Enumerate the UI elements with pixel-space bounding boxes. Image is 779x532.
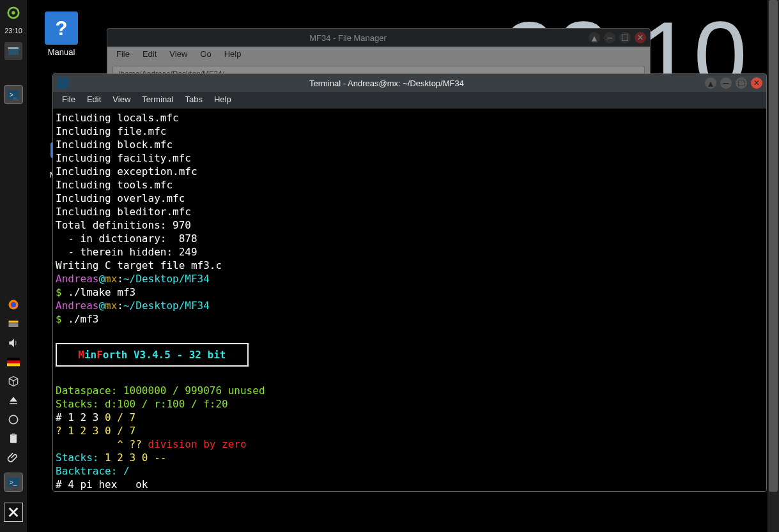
fm-menu-file[interactable]: File (116, 49, 130, 61)
sound-icon[interactable] (7, 337, 20, 349)
fm-menu-go[interactable]: Go (200, 49, 211, 61)
svg-rect-16 (12, 434, 15, 436)
svg-rect-15 (10, 434, 17, 443)
term-menu-view[interactable]: View (112, 95, 130, 106)
clipboard-icon[interactable] (7, 432, 20, 445)
svg-rect-13 (7, 363, 20, 366)
svg-text:>_: >_ (10, 479, 17, 486)
svg-rect-11 (7, 358, 20, 360)
svg-text:>_: >_ (10, 91, 17, 98)
taskbar-terminal-active[interactable]: >_ (4, 473, 22, 491)
term-menu-tabs[interactable]: Tabs (185, 95, 202, 106)
term-menu-edit[interactable]: Edit (87, 95, 101, 106)
help-icon: ? (45, 11, 78, 45)
fm-menubar: FileEditViewGoHelp (107, 47, 650, 63)
terminal-cursor (160, 491, 167, 492)
scroll-thumb[interactable] (769, 0, 778, 492)
term-titlebar[interactable]: Terminal - Andreas@mx: ~/Desktop/MF34 ▴ … (53, 74, 766, 92)
system-tray: >_ (4, 298, 23, 526)
term-maximize-button[interactable]: □ (736, 77, 747, 89)
term-close-button[interactable]: × (751, 77, 762, 89)
svg-text:?: ? (55, 17, 67, 39)
fm-close-button[interactable]: × (635, 32, 646, 43)
svg-rect-4 (8, 47, 19, 49)
svg-rect-10 (9, 323, 19, 327)
term-minimize-button[interactable]: – (720, 77, 732, 89)
fm-menu-view[interactable]: View (169, 49, 187, 61)
package-icon[interactable] (7, 375, 20, 388)
keyboard-layout-icon[interactable] (7, 356, 20, 369)
svg-rect-9 (9, 321, 19, 323)
file-manager-icon[interactable] (7, 317, 20, 330)
fm-menu-edit[interactable]: Edit (143, 49, 157, 61)
page-scrollbar[interactable] (767, 0, 779, 532)
term-menu-file[interactable]: File (62, 95, 75, 106)
fm-rollup-button[interactable]: ▴ (589, 32, 600, 43)
fm-menu-help[interactable]: Help (224, 49, 242, 61)
svg-rect-12 (7, 361, 20, 363)
svg-point-8 (11, 302, 16, 307)
panel-clock: 23:10 (4, 27, 22, 34)
term-title-text: Terminal - Andreas@mx: ~/Desktop/MF34 (72, 79, 701, 88)
attachment-icon[interactable] (7, 452, 20, 464)
fm-titlebar[interactable]: MF34 - File Manager ▴ – □ × (107, 29, 650, 47)
taskbar-button-filemanager[interactable] (4, 42, 22, 60)
terminal-body[interactable]: Including locals.mfcIncluding file.mfcIn… (53, 109, 766, 491)
circle-icon[interactable] (7, 413, 20, 426)
terminal-window[interactable]: Terminal - Andreas@mx: ~/Desktop/MF34 ▴ … (52, 73, 767, 492)
firefox-icon[interactable] (7, 298, 20, 311)
taskbar-button-terminal[interactable]: >_ (4, 86, 22, 103)
term-rollup-button[interactable]: ▴ (705, 77, 716, 89)
eject-icon[interactable] (7, 394, 20, 407)
fm-title-text: MF34 - File Manager (111, 33, 585, 43)
svg-point-2 (12, 11, 15, 15)
app-launcher-icon[interactable] (4, 503, 23, 522)
term-menu-help[interactable]: Help (214, 95, 231, 106)
term-menu-terminal[interactable]: Terminal (142, 95, 173, 106)
desktop-icon-manual[interactable]: ? Manual (45, 11, 78, 57)
dock-panel: 23:10 >_ (0, 0, 27, 532)
fm-maximize-button[interactable]: □ (619, 32, 631, 43)
svg-point-14 (9, 415, 17, 423)
fm-minimize-button[interactable]: – (604, 32, 615, 43)
terminal-icon (57, 77, 68, 89)
term-menubar: FileEditViewTerminalTabsHelp (53, 92, 766, 109)
distro-logo-icon[interactable] (4, 4, 22, 22)
